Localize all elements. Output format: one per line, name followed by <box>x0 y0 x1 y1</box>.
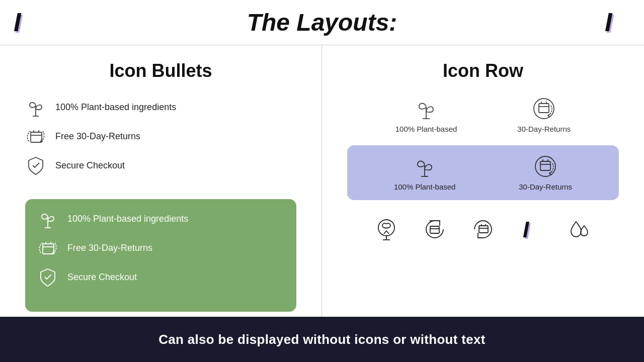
list-item-label: 100% Plant-based ingredients <box>55 102 176 113</box>
shield-icon <box>25 155 46 176</box>
returns-icon-green <box>37 237 58 258</box>
green-list-item-label: 100% Plant-based ingredients <box>67 214 188 224</box>
footer: Can also be displayed without icons or w… <box>0 317 644 362</box>
svg-rect-17 <box>540 161 550 170</box>
returns-icon <box>25 126 46 147</box>
tree-icon <box>372 215 400 243</box>
header: I I The Layouts: I I <box>0 0 644 45</box>
icon-row-top: 100% Plant-based 30-Day-Returns <box>347 97 619 133</box>
list-item: Free 30-Day-Returns <box>37 237 284 258</box>
icon-col-plant: 100% Plant-based <box>395 97 457 133</box>
svg-rect-25 <box>479 226 488 233</box>
green-list-item-label: Free 30-Day-Returns <box>67 243 152 253</box>
list-item: 100% Plant-based ingredients <box>25 97 296 118</box>
list-item: Secure Checkout <box>37 266 284 288</box>
page-title: The Layouts: <box>247 9 397 36</box>
svg-line-22 <box>386 231 389 234</box>
returns1-icon <box>421 215 449 243</box>
icon-col-label: 30-Day-Returns <box>517 125 571 133</box>
svg-rect-13 <box>539 104 549 113</box>
logo-left: I I <box>10 6 43 39</box>
list-item-label: Free 30-Day-Returns <box>55 131 140 142</box>
purple-row: 100% Plant-based 30-Day-Returns <box>347 145 619 200</box>
list-item: 100% Plant-based ingredients <box>37 208 284 229</box>
svg-rect-6 <box>31 132 42 142</box>
purple-icon-col-label: 100% Plant-based <box>394 183 456 191</box>
svg-point-16 <box>535 156 555 176</box>
icon-col-returns: 30-Day-Returns <box>517 97 571 133</box>
svg-text:I: I <box>605 8 613 37</box>
green-list-item-label: Secure Checkout <box>67 272 137 283</box>
purple-icon-col-plant: 100% Plant-based <box>394 154 456 191</box>
panel-left: Icon Bullets 100% Plant-based ingredient… <box>0 45 322 317</box>
main-content: Icon Bullets 100% Plant-based ingredient… <box>0 45 644 317</box>
purple-icon-col-label: 30-Day-Returns <box>519 183 572 191</box>
list-item-label: Secure Checkout <box>55 160 125 171</box>
returns2-icon <box>469 215 497 243</box>
panel-right-title: Icon Row <box>347 60 619 81</box>
icon-row-bottom: I I <box>347 215 619 243</box>
logo-right: I I <box>601 6 634 39</box>
shield-icon-green <box>37 266 58 288</box>
svg-rect-23 <box>430 226 439 233</box>
panel-left-title: Icon Bullets <box>25 60 296 81</box>
green-box: 100% Plant-based ingredients <box>25 199 296 312</box>
svg-text:I: I <box>14 8 22 37</box>
bullet-list: 100% Plant-based ingredients Free 30-Day <box>25 97 296 184</box>
drops-icon <box>566 215 594 243</box>
svg-point-12 <box>534 99 554 119</box>
plant-icon <box>25 97 46 118</box>
list-item: Free 30-Day-Returns <box>25 126 296 147</box>
green-bullet-list: 100% Plant-based ingredients <box>37 208 284 288</box>
italic-i-icon: I I <box>517 215 545 243</box>
footer-text: Can also be displayed without icons or w… <box>158 332 485 347</box>
list-item: Secure Checkout <box>25 155 296 176</box>
svg-line-21 <box>384 231 386 234</box>
panel-right: Icon Row 100% Plant-based <box>322 45 644 317</box>
svg-text:I: I <box>523 217 529 242</box>
plant-icon-green <box>37 208 58 229</box>
svg-rect-9 <box>43 244 54 254</box>
icon-col-label: 100% Plant-based <box>395 125 457 133</box>
purple-icon-col-returns: 30-Day-Returns <box>519 154 572 191</box>
